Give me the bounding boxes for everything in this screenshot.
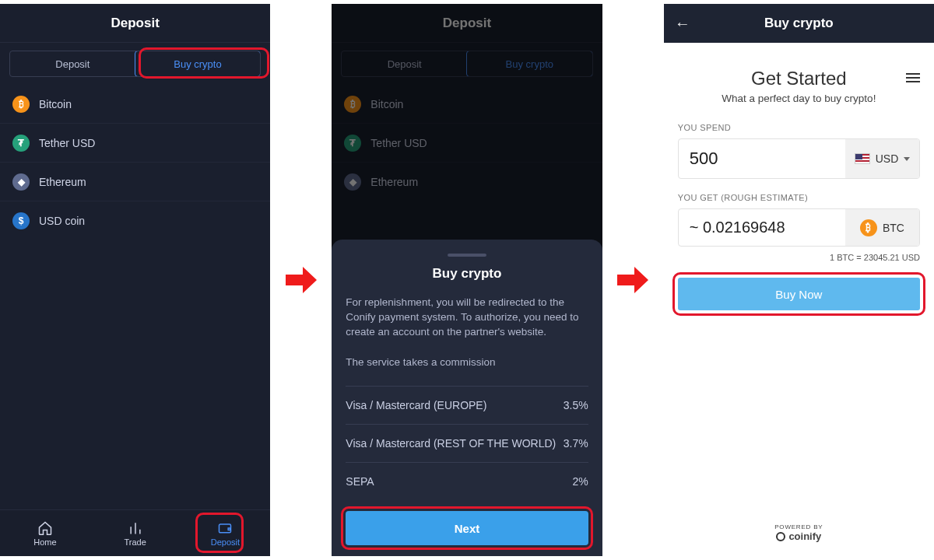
powered-by: POWERED BY coinify [678,523,920,556]
chart-icon [127,520,144,536]
coin-row-ethereum[interactable]: ◆ Ethereum [0,163,270,201]
drag-handle[interactable] [448,254,486,257]
get-output-row: ~ 0.02169648 ₿ BTC [678,208,920,247]
fee-row: Visa / Mastercard (EUROPE) 3.5% [346,386,588,424]
wallet-icon [216,520,234,536]
nav-home[interactable]: Home [0,510,90,556]
buy-crypto-sheet: Buy crypto For replenishment, you will b… [332,240,602,556]
fee-label: Visa / Mastercard (EUROPE) [346,399,486,411]
usdc-icon: $ [12,212,30,229]
us-flag-icon [855,153,870,164]
back-icon[interactable]: ← [675,15,690,33]
coin-name: Ethereum [39,176,86,188]
page-title: Deposit [0,4,270,43]
ethereum-icon: ◆ [12,173,30,191]
next-button[interactable]: Next [346,511,588,545]
coinify-icon [776,532,785,541]
spend-label: YOU SPEND [678,123,920,132]
heading: Get Started [751,68,847,89]
spend-input[interactable]: 500 [679,139,845,178]
menu-icon[interactable] [906,71,920,85]
tether-icon: ₮ [12,135,30,152]
fee-label: Visa / Mastercard (REST OF THE WORLD) [346,437,556,450]
nav-label: Home [33,537,56,547]
tab-switch: Deposit Buy crypto [9,51,261,77]
tab-deposit[interactable]: Deposit [10,51,135,76]
nav-trade[interactable]: Trade [90,510,181,556]
screen-buy-sheet: Deposit Deposit Buy crypto ₿ Bitcoin ₮ T… [332,4,602,556]
coin-list: ₿ Bitcoin ₮ Tether USD ◆ Ethereum $ USD … [0,85,270,509]
screen-coinify: ← Buy crypto Get Started What a perfect … [664,4,934,556]
exchange-rate: 1 BTC = 23045.21 USD [678,253,920,262]
nav-label: Deposit [211,537,240,547]
bottom-nav: Home Trade Deposit [0,509,270,556]
fee-value: 2% [572,475,588,488]
fee-label: SEPA [346,475,374,488]
get-output: ~ 0.02169648 [679,209,845,246]
spend-input-row: 500 USD [678,138,920,179]
tab-buy-crypto[interactable]: Buy crypto [135,51,262,77]
coin-name: Tether USD [39,137,95,149]
subheading: What a perfect day to buy crypto! [678,93,920,104]
fee-value: 3.5% [564,399,588,411]
coin-row-bitcoin[interactable]: ₿ Bitcoin [0,85,270,124]
sheet-description: For replenishment, you will be redirecte… [346,296,588,340]
chevron-down-icon [904,157,910,161]
fee-row: Visa / Mastercard (REST OF THE WORLD) 3.… [346,424,588,462]
screen-deposit: Deposit Deposit Buy crypto ₿ Bitcoin ₮ T… [0,4,270,556]
coin-row-usdcoin[interactable]: $ USD coin [0,201,270,240]
get-label: YOU GET (ROUGH ESTIMATE) [678,193,920,202]
nav-deposit[interactable]: Deposit [181,510,271,556]
flow-arrow-icon [616,266,650,294]
fee-value: 3.7% [564,437,588,450]
coin-name: USD coin [39,215,85,227]
coin-row-tether[interactable]: ₮ Tether USD [0,124,270,163]
nav-label: Trade [124,537,146,547]
bitcoin-icon: ₿ [12,96,30,113]
fee-row: SEPA 2% [346,462,588,500]
bitcoin-icon: ₿ [860,219,877,236]
commission-note: The service takes a commission [346,355,588,370]
home-icon [37,520,54,536]
flow-arrow-icon [284,266,318,294]
get-currency-select[interactable]: ₿ BTC [845,209,919,246]
coin-name: Bitcoin [39,98,72,110]
buy-now-button[interactable]: Buy Now [678,278,920,310]
sheet-title: Buy crypto [346,266,588,282]
page-title: ← Buy crypto [664,4,934,43]
spend-currency-select[interactable]: USD [845,139,919,178]
